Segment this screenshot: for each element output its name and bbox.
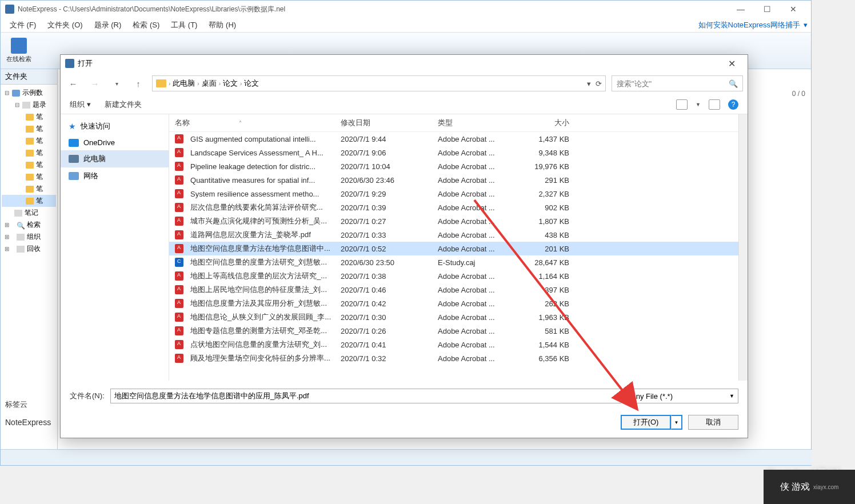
cancel-button[interactable]: 取消 <box>688 415 738 430</box>
file-row[interactable]: Landscape Services Assessment_ A H...202… <box>169 146 738 159</box>
file-row[interactable]: System resilience assessment metho...202… <box>169 187 738 201</box>
expand-icon[interactable]: ⊞ <box>4 246 10 252</box>
file-type: Adobe Acrobat ... <box>438 135 524 143</box>
refresh-icon[interactable]: ⟳ <box>596 79 602 88</box>
close-button[interactable]: ✕ <box>780 1 806 18</box>
install-helper-link[interactable]: 如何安装NoteExpress网络捕手 ▾ <box>698 20 808 30</box>
file-date: 2020/7/1 0:39 <box>341 203 438 212</box>
sidebar-item-quick-access[interactable]: ★快速访问 <box>61 118 169 135</box>
search-input[interactable] <box>617 79 729 88</box>
file-date: 2020/7/1 0:32 <box>341 354 438 363</box>
breadcrumb[interactable]: › 此电脑 › 桌面 › 论文 › 论文 ▾⟳ <box>152 75 606 91</box>
file-row[interactable]: 地图空间信息量的度量方法研究_刘慧敏...2020/6/30 23:50E-St… <box>169 255 738 269</box>
file-name: 顾及地理矢量场空间变化特征的多分辨率... <box>190 353 341 363</box>
file-row[interactable]: 点状地图空间信息量的度量方法研究_刘...2020/7/1 0:41Adobe … <box>169 338 738 351</box>
dialog-sidebar: ★快速访问 OneDrive 此电脑 网络 <box>61 114 169 381</box>
file-row[interactable]: 顾及地理矢量场空间变化特征的多分辨率...2020/7/1 0:32Adobe … <box>169 351 738 365</box>
pdf-file-icon <box>175 230 183 239</box>
nav-back-button[interactable]: ← <box>65 75 81 91</box>
pdf-file-icon <box>175 189 183 198</box>
file-row[interactable]: Pipeline leakage detection for distric..… <box>169 159 738 173</box>
view-options-button[interactable] <box>676 99 688 110</box>
file-size: 397 KB <box>524 286 575 294</box>
file-size: 1,437 KB <box>524 135 575 143</box>
file-list[interactable]: GIS augmented computational intelli...20… <box>169 132 738 381</box>
folder-icon <box>26 186 34 193</box>
file-name: 地图空间信息量的度量方法研究_刘慧敏... <box>190 257 341 267</box>
chevron-down-icon: ▾ <box>804 21 808 29</box>
dialog-navbar: ← → ▾ ↑ › 此电脑 › 桌面 › 论文 › 论文 ▾⟳ 🔍 <box>61 72 748 95</box>
pdf-file-icon <box>175 354 183 363</box>
app-name-label: NoteExpress <box>5 418 51 427</box>
preview-pane-button[interactable] <box>709 99 720 110</box>
file-row[interactable]: 地图信息论_从狭义到广义的发展回顾_李...2020/7/1 0:30Adobe… <box>169 310 738 324</box>
list-icon <box>22 102 30 109</box>
pdf-file-icon <box>175 217 183 226</box>
corner-badge: 侠 游戏xiayx.com <box>764 470 855 504</box>
open-button-dropdown[interactable]: ▼ <box>671 415 682 430</box>
help-icon[interactable]: ? <box>728 99 738 110</box>
file-size: 262 KB <box>524 299 575 308</box>
file-date: 2020/7/1 9:44 <box>341 135 438 143</box>
chevron-down-icon[interactable]: ▼ <box>696 102 701 107</box>
nav-recent-button[interactable]: ▾ <box>109 75 125 91</box>
file-row[interactable]: 地图专题信息量的测量方法研究_邓圣乾...2020/7/1 0:26Adobe … <box>169 324 738 338</box>
sidebar-item-network[interactable]: 网络 <box>61 167 169 185</box>
file-type: Adobe Acrobat ... <box>438 313 524 322</box>
menu-tools[interactable]: 工具 (T) <box>165 19 203 31</box>
collapse-icon[interactable]: ⊟ <box>14 102 20 108</box>
menubar: 文件 (F) 文件夹 (O) 题录 (R) 检索 (S) 工具 (T) 帮助 (… <box>1 18 811 33</box>
dialog-close-button[interactable]: ✕ <box>720 55 743 71</box>
search-icon[interactable]: 🔍 <box>729 79 738 88</box>
sidebar-item-this-pc[interactable]: 此电脑 <box>61 150 169 167</box>
expand-icon[interactable]: ⊞ <box>4 234 10 240</box>
search-icon <box>11 38 27 54</box>
file-row[interactable]: 地图上等高线信息度量的层次方法研究_...2020/7/1 0:38Adobe … <box>169 269 738 283</box>
menu-help[interactable]: 帮助 (H) <box>203 19 242 31</box>
dialog-footer: 文件名(N): Any File (*.*)▼ <box>61 381 748 411</box>
nav-up-button[interactable]: ↑ <box>130 75 146 91</box>
file-row[interactable]: 地图上居民地空间信息的特征度量法_刘...2020/7/1 0:46Adobe … <box>169 283 738 297</box>
file-row[interactable]: 城市兴趣点演化规律的可预测性分析_吴...2020/7/1 0:27Adobe … <box>169 214 738 228</box>
dialog-title: 打开 <box>78 58 93 69</box>
folder-icon <box>26 138 34 145</box>
file-size: 1,807 KB <box>524 217 575 226</box>
file-list-pane: 名称˄ 修改日期 类型 大小 GIS augmented computation… <box>169 114 738 381</box>
online-search-button[interactable]: 在线检索 <box>6 38 31 63</box>
pdf-file-icon <box>175 134 183 143</box>
maximize-button[interactable]: ☐ <box>754 1 780 18</box>
expand-icon[interactable]: ⊞ <box>4 222 10 228</box>
dialog-search-box[interactable]: 🔍 <box>612 75 743 91</box>
file-row[interactable]: 地图空间信息度量方法在地学信息图谱中...2020/7/1 0:52Adobe … <box>169 242 738 255</box>
chevron-down-icon[interactable]: ▾ <box>587 79 591 88</box>
nav-forward-button[interactable]: → <box>87 75 103 91</box>
menu-file[interactable]: 文件 (F) <box>4 19 42 31</box>
file-row[interactable]: 层次信息量的线要素化简算法评价研究...2020/7/1 0:39Adobe A… <box>169 201 738 214</box>
open-button[interactable]: 打开(O) <box>621 415 671 430</box>
minimize-button[interactable]: — <box>728 1 754 18</box>
menu-record[interactable]: 题录 (R) <box>89 19 127 31</box>
file-date: 2020/7/1 9:06 <box>341 149 438 157</box>
organize-menu[interactable]: 组织 ▾ <box>70 99 91 110</box>
dialog-toolbar: 组织 ▾ 新建文件夹 ▼ ? <box>61 95 748 114</box>
file-row[interactable]: 地图信息度量方法及其应用分析_刘慧敏...2020/7/1 0:42Adobe … <box>169 297 738 310</box>
vertical-scrollbar[interactable] <box>738 114 748 381</box>
file-row[interactable]: GIS augmented computational intelli...20… <box>169 132 738 146</box>
column-headers[interactable]: 名称˄ 修改日期 类型 大小 <box>169 114 738 132</box>
star-icon: ★ <box>69 122 76 131</box>
file-type: Adobe Acrobat ... <box>438 190 524 198</box>
file-type: Adobe Acrobat ... <box>438 272 524 281</box>
file-row[interactable]: 道路网信息层次度量方法_姜晓琴.pdf2020/7/1 0:33Adobe Ac… <box>169 228 738 242</box>
filename-input[interactable] <box>110 389 621 403</box>
file-row[interactable]: Quantitative measures for spatial inf...… <box>169 173 738 187</box>
new-folder-button[interactable]: 新建文件夹 <box>105 99 142 110</box>
menu-search[interactable]: 检索 (S) <box>127 19 165 31</box>
menu-folder[interactable]: 文件夹 (O) <box>42 19 88 31</box>
file-name: 点状地图空间信息量的度量方法研究_刘... <box>190 339 341 350</box>
folder-tree[interactable]: ⊟示例数 ⊟题录 笔 笔 笔 笔 笔 笔 笔 笔 笔记 ⊞🔍检索 ⊞组织 ⊞回收 <box>1 85 57 257</box>
file-date: 2020/7/1 9:29 <box>341 190 438 198</box>
file-filter-select[interactable]: Any File (*.*)▼ <box>627 389 738 403</box>
sidebar-item-onedrive[interactable]: OneDrive <box>61 135 169 150</box>
file-date: 2020/7/1 0:27 <box>341 217 438 226</box>
collapse-icon[interactable]: ⊟ <box>4 90 10 96</box>
